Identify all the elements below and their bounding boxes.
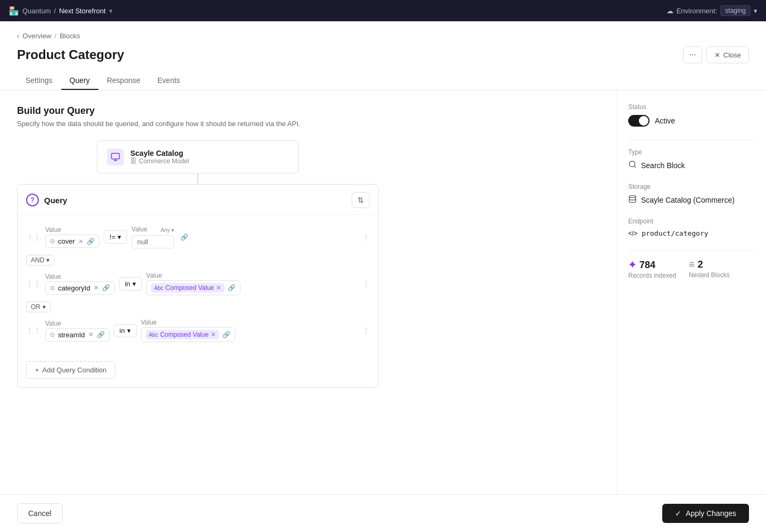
- tab-events[interactable]: Events: [149, 72, 189, 90]
- operator-select-2[interactable]: in ▾: [119, 277, 142, 290]
- source-block: Scayle Catalog 🗄 Commerce Model: [97, 140, 299, 173]
- composed-value-wrapper-3: Abc Composed Value ✕ 🔗: [141, 327, 235, 342]
- stat-nested: ≡ 2 Nested Blocks: [689, 259, 730, 279]
- tag-pin-cover[interactable]: 🔗: [87, 238, 95, 245]
- field-icon-cat: ⊙: [50, 285, 55, 292]
- field-tag-cover: ⊙ cover ✕ 🔗: [45, 235, 99, 248]
- op-label-2: in: [125, 280, 130, 288]
- env-label: Environment:: [677, 7, 718, 15]
- field-tag-streamid: ⊙ streamId ✕ 🔗: [45, 328, 110, 342]
- nested-icon: ≡: [689, 259, 695, 270]
- query-block: ? Query ⇅ ⋮⋮ Value ⊙: [17, 184, 379, 388]
- sidebar-status-section: Status Active: [628, 103, 755, 127]
- query-filter-button[interactable]: ⇅: [352, 192, 370, 208]
- logic-or-label: OR: [31, 303, 40, 311]
- op-chevron-3: ▾: [127, 327, 131, 335]
- tab-response[interactable]: Response: [98, 72, 149, 90]
- logic-separator-or: OR ▾: [26, 300, 370, 314]
- sidebar-divider-1: [628, 139, 755, 140]
- source-info: Scayle Catalog 🗄 Commerce Model: [130, 149, 189, 165]
- value-group-2b: Value Abc Composed Value ✕ 🔗: [146, 272, 240, 295]
- tag-pin-stream[interactable]: 🔗: [97, 331, 105, 338]
- endpoint-label: Endpoint: [628, 218, 755, 225]
- page: ‹ Overview / Blocks Product Category ···…: [0, 21, 766, 532]
- value-null-1[interactable]: null: [131, 235, 174, 248]
- endpoint-icon: </>: [628, 230, 637, 237]
- store-icon: 🏪: [9, 6, 19, 16]
- apply-changes-button[interactable]: ✓ Apply Changes: [662, 504, 749, 523]
- back-arrow: ‹: [17, 32, 19, 40]
- breadcrumb-overview[interactable]: Overview: [22, 32, 51, 40]
- section-title: Build your Query: [17, 105, 600, 117]
- records-icon: ✦: [628, 259, 636, 271]
- add-query-condition-button[interactable]: + Add Query Condition: [26, 361, 115, 379]
- breadcrumb: ‹ Overview / Blocks: [17, 32, 749, 40]
- operator-select-3[interactable]: in ▾: [114, 324, 137, 337]
- composed-clear-3[interactable]: ✕: [211, 331, 216, 338]
- status-toggle[interactable]: [628, 115, 650, 127]
- tag-clear-cat[interactable]: ✕: [94, 284, 99, 292]
- sidebar-type-section: Type Search Block: [628, 148, 755, 170]
- logic-and-label: AND: [31, 256, 44, 264]
- breadcrumb-blocks[interactable]: Blocks: [60, 32, 80, 40]
- operator-select-1[interactable]: != ▾: [104, 230, 127, 244]
- row-menu-1[interactable]: ⋮: [362, 233, 370, 242]
- close-button[interactable]: ✕ Close: [706, 46, 749, 63]
- drag-handle-3[interactable]: ⋮⋮: [26, 326, 41, 335]
- model-label: Commerce Model: [139, 157, 189, 165]
- drag-handle[interactable]: ⋮⋮: [26, 233, 41, 242]
- composed-label-2: Composed Value: [165, 284, 214, 292]
- tab-query[interactable]: Query: [61, 72, 98, 90]
- header-actions: ··· ✕ Close: [683, 46, 749, 63]
- drag-handle-2[interactable]: ⋮⋮: [26, 279, 41, 288]
- add-condition-section: + Add Query Condition: [18, 353, 378, 387]
- query-label: Query: [44, 196, 67, 205]
- logic-separator-and: AND ▾: [26, 253, 370, 268]
- value-label-1: Value: [45, 226, 99, 234]
- value-label-2b: Value: [146, 272, 240, 279]
- sidebar-endpoint-section: Endpoint </> product/category: [628, 218, 755, 237]
- composed-pin-3[interactable]: 🔗: [222, 331, 230, 338]
- storage-value-row: Scayle Catalog (Commerce): [628, 195, 755, 205]
- tag-pin-cat[interactable]: 🔗: [102, 284, 110, 292]
- topbar: 🏪 Quantum / Next Storefront ▾ ☁ Environm…: [0, 0, 766, 21]
- field-name-cover: cover: [58, 237, 75, 245]
- more-button[interactable]: ···: [683, 46, 702, 63]
- stats-row: ✦ 784 Records indexed ≡ 2 Nested Blocks: [628, 259, 755, 279]
- storage-label: Storage: [628, 183, 755, 190]
- breadcrumb-sep: /: [55, 32, 57, 40]
- value-group-1b: Value Any ▾ null: [131, 226, 174, 248]
- composed-tag-2: Abc Composed Value ✕: [151, 283, 224, 293]
- section-desc: Specify how the data should be queried, …: [17, 120, 600, 128]
- field-tag-categoryid: ⊙ categoryId ✕ 🔗: [45, 281, 115, 295]
- main-content: Build your Query Specify how the data sh…: [0, 90, 617, 494]
- type-value-row: Search Block: [628, 160, 755, 170]
- tab-settings[interactable]: Settings: [17, 72, 61, 90]
- logic-or-badge[interactable]: OR ▾: [26, 302, 51, 312]
- logic-and-chevron: ▾: [46, 256, 49, 264]
- composed-clear-2[interactable]: ✕: [216, 284, 221, 292]
- records-count: 784: [639, 260, 655, 271]
- logic-and-badge[interactable]: AND ▾: [26, 255, 54, 265]
- row-menu-3[interactable]: ⋮: [362, 326, 370, 335]
- composed-pin-2[interactable]: 🔗: [228, 284, 236, 292]
- svg-point-1: [629, 161, 635, 167]
- tag-clear-stream[interactable]: ✕: [88, 331, 94, 338]
- row-menu-2[interactable]: ⋮: [362, 279, 370, 288]
- tag-clear-cover[interactable]: ✕: [78, 238, 84, 245]
- field-name-cat: categoryId: [58, 284, 90, 292]
- nested-label: Nested Blocks: [689, 271, 730, 279]
- records-label: Records indexed: [628, 272, 676, 279]
- any-badge-1: Any ▾: [161, 227, 174, 233]
- footer: Cancel ✓ Apply Changes: [0, 494, 766, 532]
- value-label-1b: Value: [131, 226, 147, 233]
- cancel-button[interactable]: Cancel: [17, 503, 63, 523]
- field-icon-cover: ⊙: [50, 238, 55, 245]
- composed-value-wrapper-2: Abc Composed Value ✕ 🔗: [146, 280, 240, 295]
- value-pin-1[interactable]: 🔗: [180, 234, 188, 241]
- env-badge[interactable]: staging: [720, 5, 751, 16]
- storefront-label[interactable]: Next Storefront: [59, 7, 105, 15]
- toggle-row: Active: [628, 115, 755, 127]
- brand-label: Quantum: [22, 7, 51, 15]
- storefront-chevron: ▾: [109, 7, 113, 15]
